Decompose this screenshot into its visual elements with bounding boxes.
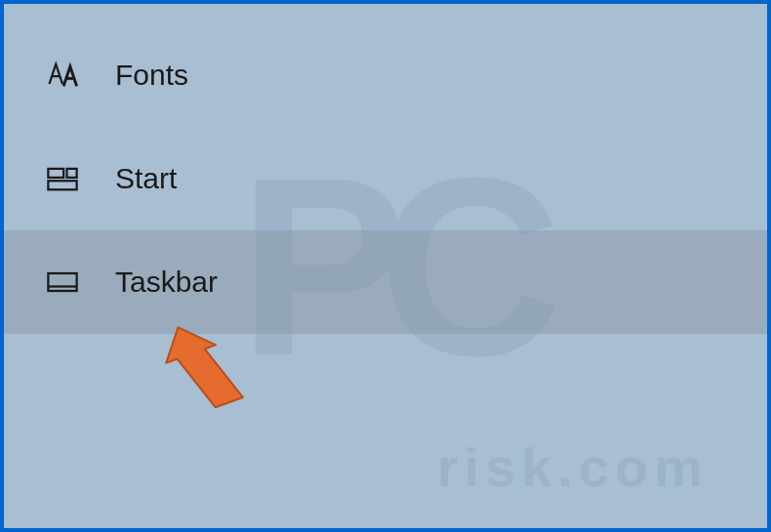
settings-sidebar: Fonts Start Taskbar [4,4,767,334]
sidebar-item-label: Fonts [115,59,188,92]
taskbar-icon [45,265,80,300]
sidebar-item-start[interactable]: Start [4,127,767,230]
sidebar-item-label: Start [115,162,177,195]
start-icon [45,161,80,196]
fonts-icon [45,58,80,93]
svg-rect-3 [48,273,76,291]
sidebar-item-fonts[interactable]: Fonts [4,23,767,127]
watermark-sub: risk.com [437,435,709,499]
svg-rect-0 [48,169,63,178]
sidebar-item-taskbar[interactable]: Taskbar [4,230,767,334]
sidebar-item-label: Taskbar [115,266,218,299]
svg-rect-2 [48,181,76,189]
svg-rect-1 [67,169,77,178]
